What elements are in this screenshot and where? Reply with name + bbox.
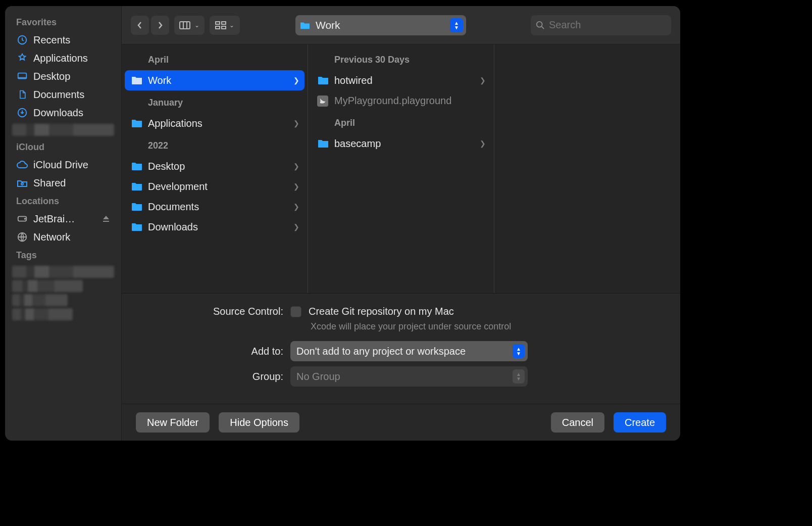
path-dropdown[interactable]: Work ▲▼ <box>295 15 466 35</box>
sidebar-item-label: Network <box>33 231 70 243</box>
cloud-icon <box>16 159 28 171</box>
git-checkbox[interactable] <box>290 306 301 317</box>
file-row[interactable]: Development❯ <box>125 176 304 197</box>
file-name: Desktop <box>148 161 185 172</box>
sidebar-item-label: iCloud Drive <box>33 159 88 171</box>
main-area: ⌄ ⌄ Work ▲▼ AprilWork❯JanuaryApplication… <box>122 6 680 441</box>
download-icon <box>16 107 28 119</box>
sidebar-item-documents[interactable]: Documents <box>5 85 121 104</box>
nav-back-button[interactable] <box>131 16 149 35</box>
column-group-head: April <box>311 111 491 133</box>
obscured-item <box>12 124 114 136</box>
folder-icon <box>131 118 143 128</box>
column-1[interactable]: Previous 30 Dayshotwired❯MyPlayground.pl… <box>308 44 494 293</box>
create-button[interactable]: Create <box>614 412 666 433</box>
svg-point-5 <box>25 218 26 219</box>
sidebar-item-desktop[interactable]: Desktop <box>5 67 121 85</box>
appstore-icon <box>16 52 28 64</box>
svg-rect-11 <box>222 26 226 29</box>
sidebar-item-label: Recents <box>33 34 70 46</box>
add-to-value: Don't add to any project or workspace <box>296 346 466 357</box>
file-name: MyPlayground.playground <box>334 95 451 107</box>
globe-icon <box>16 231 28 243</box>
chevron-right-icon: ❯ <box>293 76 299 84</box>
sidebar-item-jetbrains[interactable]: JetBrai… <box>5 210 121 228</box>
sidebar-item-network[interactable]: Network <box>5 228 121 246</box>
cancel-button[interactable]: Cancel <box>551 412 604 433</box>
file-row[interactable]: basecamp❯ <box>311 133 491 154</box>
folder-icon <box>131 161 143 171</box>
search-input[interactable] <box>549 19 666 31</box>
updown-icon: ▲▼ <box>450 18 463 32</box>
source-control-label: Source Control: <box>142 306 283 317</box>
column-0[interactable]: AprilWork❯JanuaryApplications❯2022Deskto… <box>122 44 308 293</box>
column-2-empty[interactable] <box>494 44 680 293</box>
file-row[interactable]: hotwired❯ <box>311 70 491 90</box>
save-panel-window: Favorites Recents Applications Desktop D… <box>5 6 680 441</box>
file-row[interactable]: Work❯ <box>125 70 304 90</box>
sidebar-item-shared[interactable]: Shared <box>5 174 121 192</box>
svg-point-12 <box>537 21 542 27</box>
file-name: Work <box>148 75 171 86</box>
column-group-head: Previous 30 Days <box>311 47 491 70</box>
sidebar-item-downloads[interactable]: Downloads <box>5 104 121 122</box>
column-group-head: 2022 <box>125 133 304 156</box>
sidebar-item-label: Desktop <box>33 71 70 82</box>
clock-icon <box>16 34 28 46</box>
chevron-right-icon: ❯ <box>293 119 299 127</box>
chevron-right-icon: ❯ <box>293 162 299 170</box>
svg-rect-7 <box>180 22 190 29</box>
file-row[interactable]: Documents❯ <box>125 197 304 217</box>
path-label: Work <box>316 19 340 31</box>
folder-icon <box>131 181 143 192</box>
file-name: Documents <box>148 201 199 213</box>
new-folder-button[interactable]: New Folder <box>136 412 210 433</box>
sidebar-head-icloud: iCloud <box>5 138 121 156</box>
group-label: Group: <box>142 371 283 382</box>
sidebar-head-tags: Tags <box>5 246 121 264</box>
file-row[interactable]: MyPlayground.playground <box>311 90 491 111</box>
sidebar-item-recents[interactable]: Recents <box>5 31 121 49</box>
svg-rect-8 <box>216 22 220 24</box>
chevron-right-icon: ❯ <box>293 182 299 190</box>
column-group-head: April <box>125 47 304 70</box>
sidebar-item-applications[interactable]: Applications <box>5 49 121 67</box>
folder-icon <box>317 75 329 85</box>
search-icon <box>536 21 545 30</box>
folder-icon <box>131 202 143 212</box>
swift-file-icon <box>317 95 329 106</box>
sidebar-head-favorites: Favorites <box>5 13 121 31</box>
columns-view-icon <box>179 21 190 29</box>
svg-rect-9 <box>216 26 220 29</box>
sidebar-item-icloud-drive[interactable]: iCloud Drive <box>5 156 121 174</box>
group-icon <box>215 21 226 29</box>
git-checkbox-label: Create Git repository on my Mac <box>309 306 454 317</box>
chevron-right-icon: ❯ <box>480 139 486 148</box>
file-name: Development <box>148 181 208 193</box>
nav-forward-button[interactable] <box>151 16 169 35</box>
toolbar: ⌄ ⌄ Work ▲▼ <box>122 6 680 44</box>
group-by-button[interactable]: ⌄ <box>210 16 240 35</box>
column-group-head: January <box>125 90 304 113</box>
chevron-right-icon: ❯ <box>293 223 299 231</box>
sidebar-item-label: Applications <box>33 53 88 64</box>
group-select: No Group ▲▼ <box>290 366 528 387</box>
hide-options-button[interactable]: Hide Options <box>219 412 299 433</box>
sidebar-item-label: Documents <box>33 89 84 101</box>
obscured-tag <box>12 308 73 320</box>
folder-icon <box>131 222 143 232</box>
document-icon <box>16 88 28 101</box>
sidebar-item-label: Shared <box>33 177 66 189</box>
eject-icon[interactable] <box>102 215 110 223</box>
file-row[interactable]: Desktop❯ <box>125 156 304 176</box>
search-field[interactable] <box>531 15 671 35</box>
file-row[interactable]: Applications❯ <box>125 113 304 133</box>
file-row[interactable]: Downloads❯ <box>125 217 304 237</box>
add-to-select[interactable]: Don't add to any project or workspace ▲▼ <box>290 341 528 361</box>
updown-icon: ▲▼ <box>513 344 525 358</box>
svg-point-3 <box>21 183 23 185</box>
view-mode-button[interactable]: ⌄ <box>174 16 205 35</box>
sidebar: Favorites Recents Applications Desktop D… <box>5 6 122 441</box>
column-browser: AprilWork❯JanuaryApplications❯2022Deskto… <box>122 44 680 294</box>
chevron-right-icon: ❯ <box>293 203 299 211</box>
